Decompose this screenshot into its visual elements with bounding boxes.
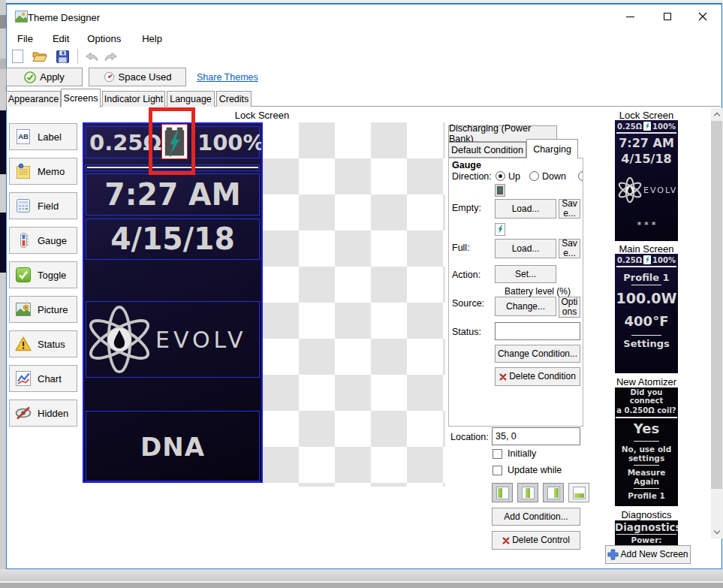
delete-control-button[interactable]: Delete Control [492, 531, 580, 550]
tab-appearance-label: Appearance [8, 94, 59, 104]
undo-button[interactable] [83, 48, 101, 65]
direction-up-radio[interactable] [496, 171, 505, 181]
thumb-status-bar: 0.25Ω 100% [615, 254, 678, 265]
update-while-checkbox[interactable] [493, 466, 502, 475]
close-button[interactable] [685, 5, 719, 29]
thumb-diagnostics-title: Diagnostics [615, 521, 678, 533]
condition-tab-charging[interactable]: Charging [526, 139, 578, 158]
redo-button[interactable] [102, 48, 120, 65]
initially-checkbox[interactable] [493, 449, 502, 459]
align-center-button[interactable] [517, 483, 538, 502]
lock-screen-preview[interactable]: 0.25Ω 100% 7:27 AM 4/15/18 [83, 122, 263, 483]
empty-label: Empty: [452, 203, 481, 213]
scrollbar-up-button[interactable] [711, 108, 722, 120]
toolbox-gauge-text: Gauge [38, 235, 67, 246]
direction-up-label: Up [508, 171, 520, 182]
menu-bar: File Edit Options Help [7, 30, 721, 47]
toolbox-status-button[interactable]: Status [9, 330, 77, 357]
empty-load-button[interactable]: Load... [495, 199, 556, 219]
change-condition-button[interactable]: Change Condition... [495, 345, 580, 363]
align-left-icon [496, 487, 509, 499]
battery-percent-control[interactable]: 100% [192, 126, 260, 158]
toolbox-chart-button[interactable]: Chart [9, 365, 77, 392]
add-new-screen-button[interactable]: Add New Screen [605, 545, 691, 564]
align-left-button[interactable] [492, 483, 513, 502]
toolbox-label-button[interactable]: AB Label [9, 123, 77, 150]
toolbox-memo-button[interactable]: Memo [9, 158, 77, 185]
tab-language[interactable]: Language [167, 91, 215, 107]
tab-credits-label: Credits [219, 94, 249, 104]
thumb-temp: 400°F [615, 313, 678, 329]
minimize-button[interactable] [613, 5, 647, 29]
toolbox-picture-button[interactable]: Picture [9, 296, 77, 323]
open-folder-icon [32, 50, 47, 62]
background-window-strip [0, 0, 6, 569]
thumb-separator [616, 266, 676, 267]
tab-appearance[interactable]: Appearance [6, 91, 61, 107]
tab-credits[interactable]: Credits [216, 91, 252, 107]
new-file-icon [12, 50, 23, 63]
scrollbar-down-button[interactable] [711, 526, 722, 538]
options-label: Options [560, 297, 579, 316]
thumb-measure: Measure Again [615, 468, 678, 486]
tab-indicator-light[interactable]: Indicator Light [102, 91, 165, 107]
new-file-button[interactable] [8, 48, 26, 65]
selection-highlight [149, 107, 195, 175]
delete-condition-button[interactable]: Delete Condition [495, 367, 580, 386]
condition-tab-default[interactable]: Default Condition [448, 142, 526, 158]
diagnostics-thumbnail[interactable]: Diagnostics Power: 100.0W [615, 520, 678, 545]
save-button[interactable] [53, 48, 71, 65]
source-change-button[interactable]: Change... [495, 297, 556, 316]
apply-button[interactable]: Apply [6, 68, 83, 86]
dna-control[interactable]: DNA [86, 411, 260, 481]
full-load-button[interactable]: Load... [495, 239, 556, 258]
date-control[interactable]: 4/15/18 [86, 219, 260, 260]
menu-options[interactable]: Options [80, 32, 128, 46]
thumb-underline [634, 441, 659, 442]
toolbox-label-text: Label [38, 131, 62, 143]
window-title: Theme Designer [28, 12, 100, 23]
maximize-button[interactable] [650, 5, 684, 29]
status-label: Status: [452, 327, 481, 337]
chart-icon [14, 369, 32, 387]
toolbox-hidden-button[interactable]: Hidden [9, 400, 77, 427]
canvas-title: Lock Screen [83, 110, 441, 121]
thumb-separator [616, 417, 677, 418]
direction-down-radio[interactable] [529, 171, 539, 181]
toolbox-toggle-button[interactable]: Toggle [9, 261, 77, 288]
new-atomizer-thumbnail[interactable]: Did you connect a 0.250Ω coil? Yes No, u… [615, 387, 678, 506]
space-used-button[interactable]: Space Used [89, 68, 186, 86]
chevron-up-icon [713, 113, 719, 119]
menu-file[interactable]: File [10, 32, 41, 46]
lock-screen-thumbnail[interactable]: 0.25Ω 100% 7:27 AM 4/15/18 EVOLV * * * [615, 120, 678, 241]
add-condition-button[interactable]: Add Condition... [492, 508, 580, 526]
thumb-settings: Settings [615, 338, 678, 349]
time-control[interactable]: 7:27 AM [86, 173, 260, 216]
source-options-button[interactable]: Options [559, 297, 580, 318]
location-input[interactable] [492, 427, 580, 445]
full-save-button[interactable]: Save... [559, 239, 580, 258]
toolbox-field-text: Field [38, 201, 59, 212]
status-input[interactable] [495, 322, 580, 340]
field-icon [14, 197, 32, 215]
menu-help[interactable]: Help [134, 32, 170, 46]
open-file-button[interactable] [31, 48, 49, 65]
tab-screens[interactable]: Screens [61, 89, 101, 107]
svg-text:AB: AB [18, 132, 29, 140]
empty-save-button[interactable]: Save... [559, 199, 580, 219]
gauge-dial-icon [104, 71, 115, 83]
battery-bolt-icon [496, 185, 504, 195]
scrollbar-thumb[interactable] [711, 121, 722, 489]
align-right-button[interactable] [543, 483, 564, 502]
action-set-button[interactable]: Set... [495, 265, 556, 283]
menu-edit[interactable]: Edit [45, 32, 77, 46]
align-bottom-button[interactable] [568, 483, 589, 502]
canvas-work-area[interactable] [263, 122, 445, 487]
toolbox-gauge-button[interactable]: Gauge [9, 227, 77, 254]
evolv-logo-control[interactable]: EVOLV [86, 301, 260, 378]
direction-third-radio[interactable] [578, 171, 583, 181]
toolbox-field-button[interactable]: Field [9, 192, 77, 219]
main-screen-thumbnail[interactable]: 0.25Ω 100% Profile 1 100.0W 400°F Settin… [615, 254, 678, 373]
share-themes-link[interactable]: Share Themes [197, 72, 258, 83]
screens-scrollbar[interactable] [711, 108, 722, 538]
